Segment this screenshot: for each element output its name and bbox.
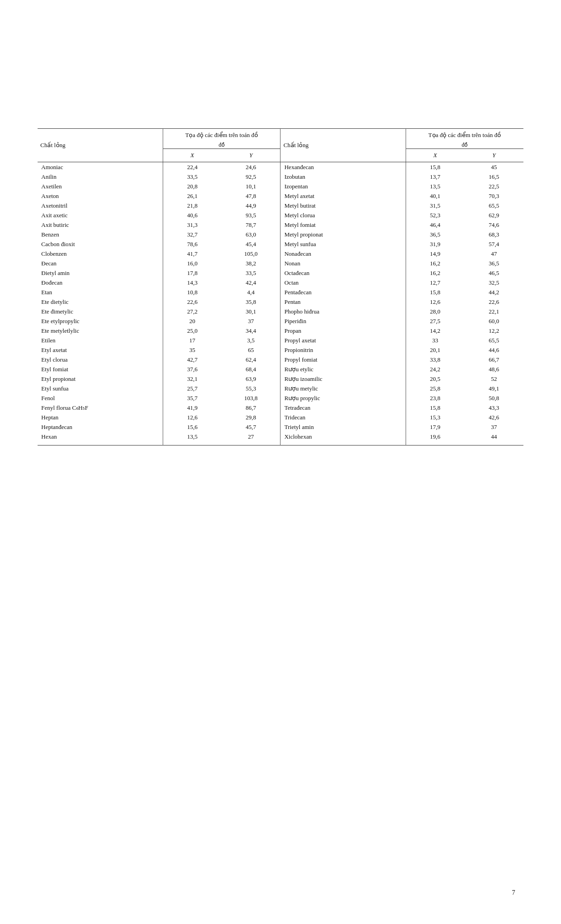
cell-y-2: 44,6 (464, 345, 523, 355)
cell-name-1: Clobenzen (38, 249, 163, 258)
cell-y-1: 86,7 (222, 403, 280, 412)
cell-x-1: 27,2 (163, 307, 221, 316)
table-row: Axetilen20,810,1Izopentan13,522,5 (38, 182, 523, 191)
cell-y-2: 36,5 (464, 258, 523, 268)
cell-x-2: 13,7 (406, 172, 464, 182)
header-x-2: X (406, 149, 464, 162)
cell-y-1: 68,4 (222, 364, 280, 374)
cell-x-1: 14,3 (163, 278, 221, 287)
cell-x-1: 40,6 (163, 210, 221, 220)
cell-x-1: 22,4 (163, 162, 221, 172)
cell-name-1: Hexan (38, 432, 163, 445)
cell-y-2: 22,6 (464, 297, 523, 307)
cell-y-2: 43,3 (464, 403, 523, 412)
cell-y-2: 32,5 (464, 278, 523, 287)
cell-x-2: 16,2 (406, 268, 464, 278)
cell-x-1: 32,1 (163, 374, 221, 384)
cell-name-1: Etan (38, 287, 163, 297)
table-row: Anilin33,592,5Izobutan13,716,5 (38, 172, 523, 182)
table-row: Benzen32,763,0Metyl propionat36,568,3 (38, 230, 523, 239)
cell-name-1: Fenol (38, 393, 163, 403)
table-row: Etyl propionat32,163,9Rượu izoamilic20,5… (38, 374, 523, 384)
cell-y-2: 16,5 (464, 172, 523, 182)
cell-name-2: Trietyl amin (280, 422, 406, 432)
cell-y-1: 65 (222, 345, 280, 355)
table-row: Clobenzen41,7105,0Nonađecan14,947 (38, 249, 523, 258)
cell-name-2: Nonan (280, 258, 406, 268)
cell-name-2: Rượu izoamilic (280, 374, 406, 384)
cell-x-1: 15,6 (163, 422, 221, 432)
cell-name-2: Nonađecan (280, 249, 406, 258)
cell-x-1: 13,5 (163, 432, 221, 445)
cell-y-1: 62,4 (222, 355, 280, 364)
cell-x-2: 31,5 (406, 201, 464, 210)
cell-x-2: 12,6 (406, 297, 464, 307)
cell-name-2: Octađecan (280, 268, 406, 278)
table-row: Ete etylpropylic2037Piperiđin27,560,0 (38, 316, 523, 326)
header-group-2-title: Tọa độ các điểm trên toán đồ (406, 129, 523, 142)
cell-y-2: 45 (464, 162, 523, 172)
cell-y-2: 68,3 (464, 230, 523, 239)
cell-x-2: 31,9 (406, 239, 464, 249)
cell-x-2: 24,2 (406, 364, 464, 374)
cell-y-1: 24,6 (222, 162, 280, 172)
cell-name-2: Metyl axetat (280, 191, 406, 201)
cell-x-2: 20,1 (406, 345, 464, 355)
cell-name-1: Etilen (38, 336, 163, 345)
cell-name-1: Ete dietylic (38, 297, 163, 307)
cell-y-1: 33,5 (222, 268, 280, 278)
cell-y-1: 10,1 (222, 182, 280, 191)
cell-name-2: Pentan (280, 297, 406, 307)
cell-y-1: 34,4 (222, 326, 280, 336)
cell-y-2: 48,6 (464, 364, 523, 374)
cell-y-1: 63,0 (222, 230, 280, 239)
cell-name-1: Cacbon đioxit (38, 239, 163, 249)
table-row: Etilen173,5Propyl axetat3365,5 (38, 336, 523, 345)
cell-y-2: 37 (464, 422, 523, 432)
cell-x-2: 17,9 (406, 422, 464, 432)
table-row: Axetonitril21,844,9Metyl butirat31,565,5 (38, 201, 523, 210)
cell-name-2: Tridecan (280, 412, 406, 422)
cell-name-2: Propyl axetat (280, 336, 406, 345)
cell-y-2: 50,8 (464, 393, 523, 403)
cell-y-2: 66,7 (464, 355, 523, 364)
cell-x-1: 20,8 (163, 182, 221, 191)
cell-name-1: Fenyl florua C₆H₅F (38, 403, 163, 412)
cell-x-2: 28,0 (406, 307, 464, 316)
cell-y-1: 35,8 (222, 297, 280, 307)
cell-x-2: 15,3 (406, 412, 464, 422)
cell-y-2: 65,5 (464, 201, 523, 210)
cell-y-1: 78,7 (222, 220, 280, 230)
table-row: Axit butiric31,378,7Metyl fomiat46,474,6 (38, 220, 523, 230)
table-row: Etyl axetat3565Propionitrin20,144,6 (38, 345, 523, 355)
cell-x-2: 20,5 (406, 374, 464, 384)
cell-y-2: 49,1 (464, 384, 523, 393)
page-number: 7 (512, 889, 515, 896)
header-do-2: đồ (406, 142, 523, 149)
cell-x-2: 40,1 (406, 191, 464, 201)
cell-y-1: 45,7 (222, 422, 280, 432)
cell-name-2: Rượu metylic (280, 384, 406, 393)
cell-y-1: 103,8 (222, 393, 280, 403)
cell-y-1: 45,4 (222, 239, 280, 249)
table-row: Etan10,84,4Pentađecan15,844,2 (38, 287, 523, 297)
cell-name-2: Propionitrin (280, 345, 406, 355)
cell-name-2: Metyl sunfua (280, 239, 406, 249)
cell-y-2: 46,5 (464, 268, 523, 278)
cell-x-2: 27,5 (406, 316, 464, 326)
cell-x-1: 42,7 (163, 355, 221, 364)
header-x-1: X (163, 149, 221, 162)
cell-name-1: Heptan (38, 412, 163, 422)
cell-name-2: Tetrađecan (280, 403, 406, 412)
header-group-1-title: Tọa độ các điểm trên toán đồ (163, 129, 280, 142)
table-row: Ete đimetylic27,230,1Phopho hiđrua28,022… (38, 307, 523, 316)
cell-y-2: 22,1 (464, 307, 523, 316)
cell-x-1: 22,6 (163, 297, 221, 307)
cell-y-2: 74,6 (464, 220, 523, 230)
cell-x-2: 46,4 (406, 220, 464, 230)
table-row: Đecan16,038,2Nonan16,236,5 (38, 258, 523, 268)
cell-name-2: Piperiđin (280, 316, 406, 326)
cell-name-1: Đecan (38, 258, 163, 268)
cell-name-1: Đietyl amin (38, 268, 163, 278)
cell-y-1: 44,9 (222, 201, 280, 210)
